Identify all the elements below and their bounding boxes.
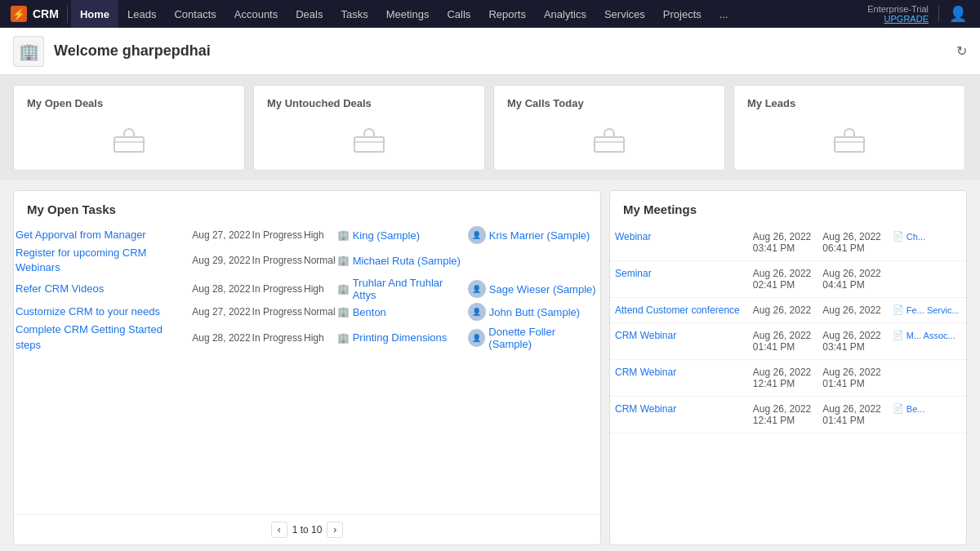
meeting-row: Seminar Aug 26, 202202:41 PM Aug 26, 202… [610, 261, 966, 298]
meeting-name-cell: CRM Webinar [610, 323, 748, 360]
task-account: 🏢 Michael Ruta (Sample) [337, 246, 466, 275]
page-icon: 🏢 [13, 36, 44, 67]
nav-item-home[interactable]: Home [71, 0, 118, 28]
card-untouched-deals: My Untouched Deals [253, 85, 485, 171]
task-row: Complete CRM Getting Started steps Aug 2… [16, 322, 599, 352]
task-date: Aug 29, 2022 [192, 246, 250, 275]
meeting-end: Aug 26, 202201:41 PM [817, 360, 887, 397]
task-status: In Progress [252, 322, 302, 352]
meeting-end: Aug 26, 2022 [817, 298, 887, 323]
meeting-name-cell: Seminar [610, 261, 748, 298]
card-untouched-deals-title: My Untouched Deals [267, 97, 471, 109]
account-link[interactable]: 🏢 Benton [337, 306, 466, 318]
meeting-name-link[interactable]: Attend Customer conference [615, 304, 740, 316]
task-contact [468, 246, 599, 275]
card-calls-today-icon [507, 122, 711, 158]
nav-item-reports[interactable]: Reports [479, 0, 535, 28]
meetings-panel-title: My Meetings [610, 191, 966, 224]
card-open-deals-title: My Open Deals [27, 97, 231, 109]
brand-logo[interactable]: ⚡ CRM [7, 5, 68, 23]
task-name-link[interactable]: Customize CRM to your needs [16, 305, 160, 318]
related-icon: 📄 [893, 330, 904, 340]
nav-item-analytics[interactable]: Analytics [535, 0, 595, 28]
svg-rect-2 [114, 137, 144, 152]
task-name-link[interactable]: Refer CRM Videos [16, 282, 104, 295]
svg-text:⚡: ⚡ [12, 7, 26, 21]
task-contact: 👤 Donette Foller (Sample) [468, 322, 599, 352]
task-account: 🏢 King (Sample) [337, 226, 466, 244]
meeting-name-cell: Webinar [610, 224, 748, 261]
nav-item-leads[interactable]: Leads [118, 0, 165, 28]
task-account: 🏢 Printing Dimensions [337, 322, 466, 352]
pagination: ‹ 1 to 10 › [14, 514, 600, 544]
task-contact: 👤 Kris Marrier (Sample) [468, 226, 599, 244]
task-date: Aug 28, 2022 [192, 277, 250, 301]
nav-item-tasks[interactable]: Tasks [332, 0, 376, 28]
account-link[interactable]: 🏢 Printing Dimensions [337, 331, 466, 344]
meeting-name-link[interactable]: CRM Webinar [615, 403, 676, 415]
user-menu[interactable]: 👤 [942, 5, 973, 23]
meeting-related: 📄Fe... Servic... [888, 298, 966, 323]
task-row: Refer CRM Videos Aug 28, 2022 In Progres… [16, 277, 599, 301]
task-date: Aug 27, 2022 [192, 303, 250, 321]
task-row: Customize CRM to your needs Aug 27, 2022… [16, 303, 599, 321]
task-priority: Normal [304, 303, 336, 321]
next-page-button[interactable]: › [327, 522, 343, 538]
account-icon: 🏢 [337, 229, 350, 241]
meeting-related-link[interactable]: 📄Be... [893, 403, 961, 414]
account-icon: 🏢 [337, 255, 350, 266]
account-icon: 🏢 [337, 332, 350, 344]
svg-rect-3 [354, 137, 384, 152]
tasks-panel: My Open Tasks Get Apporval from Manager … [13, 190, 601, 545]
upgrade-link[interactable]: UPGRADE [867, 14, 929, 24]
task-contact: 👤 Sage Wieser (Sample) [468, 277, 599, 301]
card-my-leads-icon [747, 122, 951, 158]
tasks-panel-title: My Open Tasks [14, 191, 600, 224]
contact-link[interactable]: 👤 Sage Wieser (Sample) [468, 280, 599, 298]
account-link[interactable]: 🏢 King (Sample) [337, 229, 466, 242]
nav-item-contacts[interactable]: Contacts [165, 0, 225, 28]
contact-link[interactable]: 👤 Donette Foller (Sample) [468, 326, 599, 350]
contact-link[interactable]: 👤 Kris Marrier (Sample) [468, 226, 599, 244]
nav-item-accounts[interactable]: Accounts [225, 0, 287, 28]
task-priority: High [304, 322, 336, 352]
nav-item-services[interactable]: Services [595, 0, 654, 28]
task-status: In Progress [252, 277, 302, 301]
meeting-name-link[interactable]: Webinar [615, 231, 651, 242]
related-icon: 📄 [893, 304, 904, 315]
account-link[interactable]: 🏢 Truhlar And Truhlar Attys [337, 277, 466, 301]
meeting-name-link[interactable]: CRM Webinar [615, 330, 676, 341]
top-navigation: ⚡ CRM HomeLeadsContactsAccountsDealsTask… [0, 0, 980, 28]
nav-item-deals[interactable]: Deals [287, 0, 332, 28]
brand-name: CRM [33, 7, 59, 20]
refresh-button[interactable]: ↻ [956, 43, 967, 59]
card-untouched-deals-icon [267, 122, 471, 158]
avatar: 👤 [468, 329, 485, 347]
meeting-related-link[interactable]: 📄Ch... [893, 231, 961, 242]
meeting-name-link[interactable]: Seminar [615, 268, 652, 279]
avatar: 👤 [468, 226, 486, 244]
meeting-related: 📄Be... [888, 397, 966, 433]
account-link[interactable]: 🏢 Michael Ruta (Sample) [337, 255, 466, 267]
nav-item-calls[interactable]: Calls [438, 0, 479, 28]
contact-link[interactable]: 👤 John Butt (Sample) [468, 303, 599, 321]
task-name-link[interactable]: Register for upcoming CRM Webinars [16, 247, 146, 273]
nav-item-meetings[interactable]: Meetings [377, 0, 439, 28]
task-name-link[interactable]: Complete CRM Getting Started steps [16, 323, 163, 350]
account-icon: 🏢 [337, 306, 350, 318]
meeting-name-link[interactable]: CRM Webinar [615, 367, 676, 378]
prev-page-button[interactable]: ‹ [271, 522, 287, 538]
nav-item-projects[interactable]: Projects [654, 0, 710, 28]
tasks-table-container: Get Apporval from Manager Aug 27, 2022 I… [14, 224, 600, 514]
card-calls-today-title: My Calls Today [507, 97, 711, 109]
card-open-deals: My Open Deals [13, 85, 245, 171]
task-account: 🏢 Truhlar And Truhlar Attys [337, 277, 466, 301]
task-name-link[interactable]: Get Apporval from Manager [16, 229, 146, 241]
page-header: 🏢 Welcome gharpepdhai ↻ [0, 28, 980, 75]
card-my-leads: My Leads [733, 85, 965, 171]
svg-rect-5 [835, 137, 864, 152]
nav-item-...[interactable]: ... [710, 0, 737, 28]
task-priority: High [304, 277, 336, 301]
meeting-related-link[interactable]: 📄M... Assoc... [893, 330, 961, 340]
meeting-related-link[interactable]: 📄Fe... Servic... [893, 304, 961, 315]
